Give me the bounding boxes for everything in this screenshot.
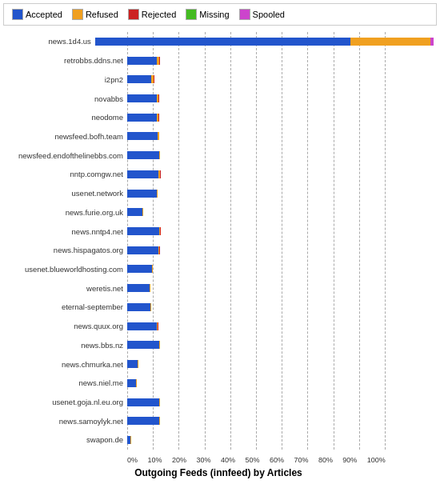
bar-label: usenet.goja.nl.eu.org [3,398,127,406]
bar-segment-refused [158,132,159,140]
bar-label: news.niel.me [3,378,127,387]
legend-label-rejected: Rejected [142,10,176,19]
x-axis-label: 60% [270,456,284,464]
bar-label: usenet.blueworldhosting.com [3,265,127,274]
table-row: neodome6692334 [3,112,434,123]
bar-segment-accepted [127,190,157,198]
table-row: i2pn255005994 [3,74,434,85]
legend-swatch-missing [186,9,197,20]
bar-segment-accepted [127,132,158,140]
bar-segment-rejected [159,246,160,254]
bar-track: 55005994 [127,75,434,83]
bar-segment-accepted [127,360,138,368]
legend: AcceptedRefusedRejectedMissingSpooled [3,3,437,26]
table-row: usenet.network6672213 [3,188,434,199]
bar-segment-accepted [127,265,152,273]
bar-segment-accepted [127,303,150,311]
table-row: nntp.comgw.net7068213 [3,169,434,180]
rows-area: news.1d4.us5757928692retrobbs.ddns.net66… [3,32,434,464]
bar-track: 66874128 [127,94,434,102]
table-row: news.nntp4.net7144190 [3,226,434,237]
legend-swatch-rejected [128,9,139,20]
bar-segment-accepted [127,379,136,387]
legend-item-rejected: Rejected [128,9,176,20]
legend-item-missing: Missing [186,9,229,20]
bar-track: 7171115 [127,417,434,425]
bar-label: news.nntp4.net [3,227,127,236]
x-axis-labels: 0%10%20%30%40%50%60%70%80%90%100% [127,456,386,464]
legend-item-refused: Refused [72,9,118,20]
x-axis-label: 20% [172,456,186,464]
bar-label: swapon.de [3,435,127,444]
bar-label: i2pn2 [3,75,127,84]
x-axis-label: 80% [318,456,333,464]
bar-track: 3370193 [127,208,434,216]
table-row: news.bbs.nz7196144 [3,339,434,350]
bar-segment-refused [350,38,430,46]
legend-label-accepted: Accepted [26,10,62,19]
bar-segment-refused [157,190,158,198]
table-row: news.quux.org6634170 [3,321,434,332]
table-row: usenet.goja.nl.eu.org7142118 [3,397,434,408]
table-row: news.samoylyk.net7171115 [3,415,434,426]
bar-label: news.1d4.us [3,37,95,46]
table-row: newsfeed.bofh.team6871231 [3,130,434,142]
bar-label: eternal-september [3,302,127,311]
bar-segment-accepted [127,151,159,159]
bar-segment-refused [130,436,131,444]
bar-track: 7096189 [127,246,434,254]
table-row: news.hispagatos.org7096189 [3,245,434,256]
bar-track: 2036128 [127,379,434,387]
bar-segment-accepted [127,417,159,425]
bar-segment-refused [152,265,153,273]
x-axis-label: 30% [196,456,210,464]
table-row: usenet.blueworldhosting.com5592188 [3,263,434,274]
bar-track: 5100176 [127,284,434,292]
bar-track: 7142118 [127,398,434,406]
bar-segment-accepted [95,38,350,46]
bar-track: 7068213 [127,170,434,178]
bar-label: newsfeed.bofh.team [3,132,127,141]
x-axis-label: 10% [147,456,162,464]
bar-track: 5592188 [127,265,434,273]
bars-wrapper: 0%10%20%30%40%50%60%70%80%90%100% news.1… [3,32,434,464]
bar-track: 7196144 [127,341,434,349]
bar-segment-accepted [127,114,157,122]
table-row: novabbs66874128 [3,93,434,104]
legend-label-missing: Missing [199,10,229,19]
legend-label-refused: Refused [86,10,118,19]
bar-label: usenet.network [3,189,127,198]
bar-track: 5757928692 [95,38,434,46]
table-row: retrobbs.ddns.net66756499 [3,55,434,66]
bar-label: news.furie.org.uk [3,208,127,217]
bar-segment-accepted [127,322,157,330]
bar-segment-refused [150,284,150,292]
bar-segment-accepted [127,284,150,292]
bar-label: novabbs [3,94,127,103]
bar-track: 66756499 [127,57,434,65]
bar-segment-refused [159,151,161,159]
bar-segment-refused [142,208,143,216]
bar-label: news.hispagatos.org [3,246,127,254]
bar-segment-accepted [127,57,157,65]
bar-track: 2401130 [127,360,434,368]
bar-track: 7145226 [127,151,434,159]
chart-title: Outgoing Feeds (innfeed) by Articles [3,467,434,480]
bar-segment-accepted [127,341,159,349]
bar-label: retrobbs.ddns.net [3,56,127,65]
bar-track: 6692334 [127,114,434,122]
bar-track: 6672213 [127,190,434,198]
bar-segment-refused [150,303,151,311]
table-row: eternal-september5230172 [3,302,434,313]
table-row: news.furie.org.uk3370193 [3,206,434,218]
legend-swatch-refused [72,9,83,20]
bar-segment-refused [159,398,160,406]
table-row: swapon.de65041 [3,434,434,446]
bar-label: news.quux.org [3,322,127,330]
bar-segment-accepted [127,94,157,102]
bar-label: newsfeed.endofthelinebbs.com [3,151,127,160]
legend-label-spooled: Spooled [253,10,285,19]
bar-label: news.bbs.nz [3,341,127,350]
bar-label: news.chmurka.net [3,360,127,369]
legend-item-accepted: Accepted [12,9,62,20]
